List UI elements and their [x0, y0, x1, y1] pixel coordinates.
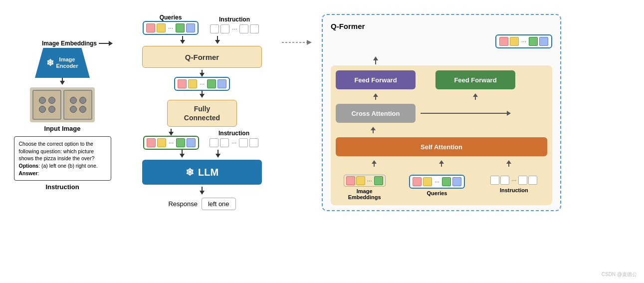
- qb-green: [442, 177, 451, 186]
- out-pink: [178, 79, 187, 88]
- token-dots: ···: [167, 23, 174, 32]
- arrow-instruction-to-qformer: [215, 36, 220, 44]
- qb-blue: [452, 177, 461, 186]
- qformer-label: Q-Former: [185, 53, 219, 61]
- llm-box: ❄ LLM: [142, 160, 262, 185]
- ie-dots: ···: [366, 176, 373, 185]
- fully-connected-box: Fully Connected: [167, 100, 237, 127]
- image-embeddings-group: ··· Image Embeddings: [344, 175, 386, 200]
- qformer-detail-box: Q-Former ···: [322, 14, 561, 211]
- self-attention-label: Self Attention: [421, 143, 462, 151]
- queries-top-group: Queries ···: [143, 14, 199, 35]
- response-value-box: left one: [202, 198, 236, 210]
- ri-dots: ···: [510, 176, 517, 185]
- feed-forward-left-box: Feed Forward: [336, 70, 416, 89]
- ib4: [249, 138, 258, 147]
- rout-pink: [499, 37, 508, 46]
- token-blue: [186, 23, 195, 32]
- right-section: Q-Former ···: [322, 14, 639, 211]
- qformer-detail-title: Q-Former: [331, 22, 552, 30]
- instruction-bottom-group: Instruction ···: [207, 130, 261, 149]
- instruction-top-label: Instruction: [219, 16, 250, 23]
- ri2: [500, 176, 509, 185]
- fc-output-group: ···: [143, 129, 199, 150]
- arrow-queries-to-qformer: [180, 36, 185, 44]
- t1: [210, 24, 219, 33]
- watermark: CSDN @庞德公: [602, 271, 637, 278]
- llm-snowflake: ❄: [186, 166, 194, 178]
- fco-yellow: [157, 138, 166, 147]
- arrow-fc-to-llm: [180, 150, 185, 158]
- t2: [220, 24, 229, 33]
- instruction-top-group: Instruction ···: [208, 16, 261, 35]
- fco-dots: ···: [168, 138, 175, 147]
- token-pink: [146, 23, 155, 32]
- ri1: [490, 176, 499, 185]
- bottom-tokens: ··· Image Embeddings ···: [336, 175, 547, 200]
- ri3: [518, 176, 527, 185]
- stove-left: [32, 90, 61, 120]
- input-image: [30, 87, 95, 122]
- qb-pink: [413, 177, 422, 186]
- answer-text: Answer:: [19, 170, 39, 176]
- queries-tokens: ···: [143, 21, 199, 35]
- t4: [250, 24, 259, 33]
- cross-attention-row: Cross Attention: [336, 104, 547, 123]
- arrow-llm-down: [200, 187, 205, 195]
- options-text: Options: (a) left one (b) right one.: [19, 163, 98, 169]
- qformer-output-tokens: ···: [495, 34, 552, 48]
- arrow-token-to-fc: [200, 91, 205, 98]
- ie-yellow: [356, 176, 365, 185]
- image-embeddings-bottom-label: Image Embeddings: [348, 188, 381, 200]
- dashed-connector: [282, 37, 312, 47]
- ie-green: [374, 176, 383, 185]
- arrow-qformer-down: [200, 70, 205, 77]
- response-label: Response: [168, 200, 198, 208]
- instruction-bottom-right-label: Instruction: [500, 187, 528, 193]
- ib1: [210, 138, 218, 147]
- t3: [239, 24, 248, 33]
- qformer-layers: Feed Forward Feed Forward: [331, 65, 552, 205]
- t-dots: ···: [231, 24, 238, 33]
- feed-forward-row: Feed Forward Feed Forward: [336, 70, 547, 89]
- self-attention-box: Self Attention: [336, 137, 547, 156]
- response-value: left one: [208, 200, 229, 208]
- queries-group: ··· Queries: [409, 175, 465, 196]
- fc-output-tokens: ···: [143, 136, 199, 150]
- response-area: Response left one: [168, 198, 235, 210]
- input-image-label: Input Image: [44, 125, 81, 132]
- out-green: [207, 79, 216, 88]
- fco-blue: [187, 138, 196, 147]
- out-blue: [217, 79, 226, 88]
- out-yellow: [188, 79, 197, 88]
- image-embeddings-label: Image Embeddings: [42, 40, 97, 47]
- rout-blue: [539, 37, 548, 46]
- stove-right: [63, 90, 92, 120]
- rout-green: [529, 37, 538, 46]
- qformer-box: Q-Former: [142, 46, 262, 68]
- instruction-label: Instruction: [45, 183, 79, 191]
- llm-label: LLM: [198, 167, 218, 178]
- fully-connected-label: Fully Connected: [184, 104, 220, 122]
- image-encoder-block: ❄ ImageEncoder: [35, 48, 90, 78]
- queries-bottom-tokens: ···: [409, 175, 465, 189]
- rout-dots: ···: [520, 37, 527, 46]
- token-yellow: [157, 23, 166, 32]
- fco-green: [176, 138, 185, 147]
- fco-pink: [147, 138, 156, 147]
- left-section: Image Embeddings ❄ ImageEncoder: [5, 40, 120, 191]
- middle-section: Queries ··· Instruction ···: [125, 14, 279, 210]
- arrow-fc-down: [169, 129, 174, 136]
- image-encoder-label: ImageEncoder: [56, 56, 78, 69]
- out-dots: ···: [199, 79, 206, 88]
- queries-top-label: Queries: [160, 14, 182, 21]
- qb-yellow: [423, 177, 432, 186]
- instruction-text: Choose the correct option to the followi…: [19, 141, 95, 161]
- rout-yellow: [510, 37, 519, 46]
- output-token-group: ···: [174, 77, 230, 91]
- instruction-tokens-bottom: ···: [207, 137, 261, 149]
- token-green: [176, 23, 185, 32]
- self-attention-row: Self Attention: [336, 137, 547, 156]
- ib3: [239, 138, 248, 147]
- cross-attention-label: Cross Attention: [351, 110, 400, 117]
